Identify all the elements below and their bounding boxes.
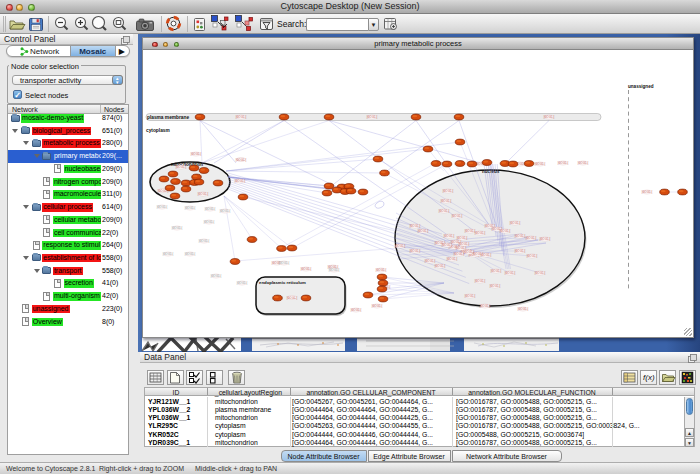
- svg-text:[GO:00..]: [GO:00..]: [578, 161, 589, 165]
- svg-text:[GO:00..]: [GO:00..]: [176, 165, 187, 169]
- svg-text:[GO:00..]: [GO:00..]: [439, 209, 450, 213]
- svg-text:[GO:00..]: [GO:00..]: [447, 257, 458, 261]
- svg-text:[GO:00..]: [GO:00..]: [459, 242, 470, 246]
- svg-text:[GO:00..]: [GO:00..]: [199, 239, 210, 243]
- svg-text:[GO:00..]: [GO:00..]: [505, 271, 516, 275]
- svg-text:[GO:00..]: [GO:00..]: [425, 259, 436, 263]
- svg-text:[GO:00..]: [GO:00..]: [372, 304, 383, 308]
- svg-text:[GO:00..]: [GO:00..]: [535, 162, 546, 166]
- svg-text:[GO:00..]: [GO:00..]: [395, 244, 406, 248]
- svg-text:[GO:00..]: [GO:00..]: [376, 268, 387, 272]
- svg-text:cytoplasm: cytoplasm: [146, 128, 170, 133]
- svg-text:[GO:00..]: [GO:00..]: [457, 236, 468, 240]
- svg-text:[GO:00..]: [GO:00..]: [544, 115, 555, 119]
- svg-text:[GO:00..]: [GO:00..]: [185, 252, 196, 256]
- svg-text:[GO:00..]: [GO:00..]: [510, 221, 521, 225]
- svg-text:[GO:00..]: [GO:00..]: [367, 115, 378, 119]
- svg-text:[GO:00..]: [GO:00..]: [481, 253, 492, 257]
- svg-text:[GO:00..]: [GO:00..]: [410, 249, 421, 253]
- svg-text:[GO:00..]: [GO:00..]: [418, 229, 429, 233]
- svg-text:[GO:00..]: [GO:00..]: [535, 271, 546, 275]
- svg-text:[GO:00..]: [GO:00..]: [475, 279, 486, 283]
- svg-text:[GO:00..]: [GO:00..]: [211, 274, 222, 278]
- svg-text:[GO:00..]: [GO:00..]: [185, 206, 196, 210]
- svg-text:[GO:00..]: [GO:00..]: [236, 158, 247, 162]
- svg-text:[GO:00..]: [GO:00..]: [480, 304, 491, 308]
- svg-text:[GO:00..]: [GO:00..]: [237, 281, 248, 285]
- svg-text:[GO:00..]: [GO:00..]: [204, 220, 215, 224]
- svg-text:plasma membrane: plasma membrane: [147, 115, 189, 120]
- svg-text:[GO:00..]: [GO:00..]: [465, 294, 476, 298]
- svg-text:[GO:00..]: [GO:00..]: [410, 224, 421, 228]
- svg-text:[GO:00..]: [GO:00..]: [236, 115, 247, 119]
- svg-text:[GO:00..]: [GO:00..]: [452, 214, 463, 218]
- svg-text:[GO:00..]: [GO:00..]: [205, 207, 216, 211]
- svg-text:[GO:00..]: [GO:00..]: [287, 296, 298, 300]
- svg-text:[GO:00..]: [GO:00..]: [518, 307, 529, 311]
- svg-text:unassigned: unassigned: [628, 84, 654, 89]
- svg-text:[GO:00..]: [GO:00..]: [443, 189, 454, 193]
- svg-text:[GO:00..]: [GO:00..]: [527, 254, 538, 258]
- svg-text:endoplasmic reticulum: endoplasmic reticulum: [259, 280, 306, 285]
- svg-text:[GO:00..]: [GO:00..]: [279, 261, 290, 265]
- svg-text:[GO:00..]: [GO:00..]: [540, 237, 551, 241]
- svg-text:[GO:00..]: [GO:00..]: [435, 264, 446, 268]
- svg-text:[GO:00..]: [GO:00..]: [444, 234, 455, 238]
- svg-text:[GO:00..]: [GO:00..]: [500, 229, 511, 233]
- svg-text:[GO:00..]: [GO:00..]: [191, 152, 202, 156]
- svg-text:[GO:00..]: [GO:00..]: [526, 236, 537, 240]
- svg-text:f(x): f(x): [643, 373, 655, 382]
- svg-text:[GO:00..]: [GO:00..]: [172, 226, 183, 230]
- svg-text:[GO:00..]: [GO:00..]: [475, 231, 486, 235]
- svg-text:[GO:00..]: [GO:00..]: [301, 267, 312, 271]
- svg-text:[GO:00..]: [GO:00..]: [515, 234, 526, 238]
- svg-text:[GO:00..]: [GO:00..]: [558, 161, 569, 165]
- svg-text:[GO:00..]: [GO:00..]: [157, 205, 168, 209]
- svg-text:[GO:00..]: [GO:00..]: [441, 199, 452, 203]
- svg-text:[GO:00..]: [GO:00..]: [490, 284, 501, 288]
- svg-text:[GO:00..]: [GO:00..]: [198, 192, 209, 196]
- svg-text:[GO:00..]: [GO:00..]: [642, 190, 653, 194]
- svg-text:[GO:00..]: [GO:00..]: [491, 269, 502, 273]
- svg-text:[GO:00..]: [GO:00..]: [351, 308, 362, 312]
- svg-text:[GO:00..]: [GO:00..]: [163, 252, 174, 256]
- svg-text:[GO:00..]: [GO:00..]: [220, 209, 231, 213]
- svg-text:[GO:00..]: [GO:00..]: [456, 246, 467, 250]
- svg-text:[GO:00..]: [GO:00..]: [329, 268, 340, 272]
- svg-text:[GO:00..]: [GO:00..]: [515, 249, 526, 253]
- svg-text:[GO:00..]: [GO:00..]: [235, 179, 246, 183]
